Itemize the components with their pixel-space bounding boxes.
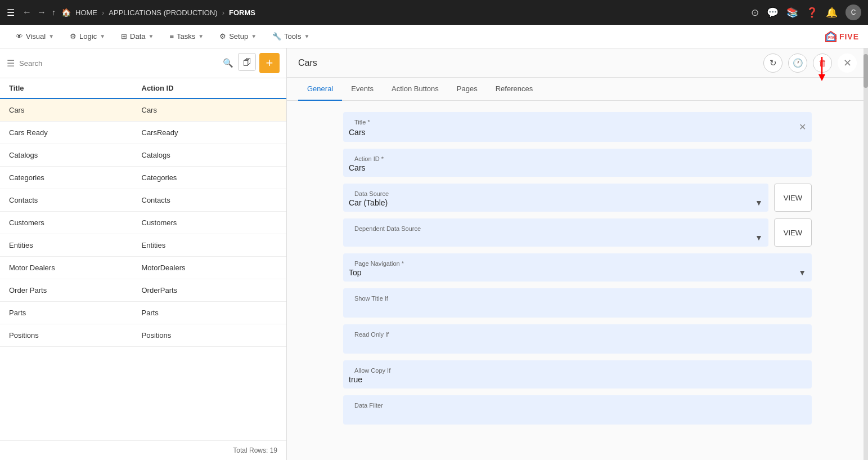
table-row[interactable]: Positions Positions: [0, 324, 286, 347]
tab-pages[interactable]: Pages: [448, 78, 487, 101]
top-navigation: ☰ ← → ↑ 🏠 HOME › APPLICATIONS (PRODUCTIO…: [0, 0, 868, 25]
search-input[interactable]: [19, 59, 218, 68]
eye-icon: 👁: [16, 32, 23, 41]
search-area: ☰ 🔍: [7, 58, 233, 69]
row-action-id: Entities: [142, 241, 275, 249]
notification-icon[interactable]: 🔔: [826, 7, 838, 19]
caret-icon: ▼: [304, 33, 309, 39]
title-input[interactable]: [349, 128, 797, 137]
delete-button[interactable]: 🗑: [813, 53, 832, 73]
table-row[interactable]: Entities Entities: [0, 234, 286, 257]
data-filter-input[interactable]: [349, 410, 806, 420]
form-content: Title * ✕ Action ID * Data So: [287, 101, 868, 460]
menu-icon[interactable]: ☰: [7, 7, 15, 18]
tabs: General Events Action Buttons Pages Refe…: [287, 78, 868, 101]
nav-item-data[interactable]: ⊞ Data ▼: [114, 29, 160, 44]
row-title: Contacts: [9, 196, 142, 204]
dependent-ds-label: Dependent Data Source: [349, 222, 763, 232]
show-title-input[interactable]: [349, 303, 806, 313]
five-text: FIVE: [839, 32, 859, 41]
nav-item-visual[interactable]: 👁 Visual ▼: [9, 29, 61, 44]
nav-item-setup[interactable]: ⚙ Setup ▼: [213, 29, 263, 44]
allow-copy-input[interactable]: [349, 375, 806, 384]
caret-icon: ▼: [251, 33, 257, 39]
col-action-id: Action ID: [142, 84, 275, 92]
row-title: Motor Dealers: [9, 264, 142, 272]
hamburger-icon: ☰: [7, 58, 15, 69]
breadcrumb-forms[interactable]: FORMS: [229, 8, 255, 17]
five-logo-svg: FIVE: [825, 30, 837, 43]
dependent-data-source-field: Dependent Data Source ▼ VIEW: [343, 218, 812, 247]
dependent-ds-caret-icon[interactable]: ▼: [755, 233, 763, 242]
books-icon[interactable]: 📚: [786, 7, 798, 19]
tools-icon: 🔧: [272, 32, 281, 41]
tab-general[interactable]: General: [298, 78, 342, 101]
table-body: Cars Cars Cars Ready CarsReady Catalogs …: [0, 99, 286, 347]
history-button[interactable]: 🕐: [788, 53, 807, 73]
action-id-input[interactable]: [349, 163, 806, 172]
table-row[interactable]: Cars Ready CarsReady: [0, 122, 286, 144]
svg-text:FIVE: FIVE: [828, 35, 837, 39]
monitor-icon[interactable]: ⊙: [751, 7, 759, 19]
tab-events[interactable]: Events: [342, 78, 383, 101]
chat-icon[interactable]: 💬: [767, 7, 779, 19]
back-action-button[interactable]: ↻: [763, 53, 782, 73]
close-button[interactable]: ✕: [838, 53, 857, 73]
page-nav-caret-icon[interactable]: ▼: [798, 268, 806, 277]
table-row[interactable]: Customers Customers: [0, 212, 286, 234]
help-icon[interactable]: ❓: [806, 7, 818, 19]
page-nav-label: Page Navigation *: [349, 257, 806, 267]
back-button[interactable]: ←: [23, 7, 32, 17]
table-row[interactable]: Catalogs Catalogs: [0, 144, 286, 167]
data-source-row: Data Source Car (Table) ▼ VIEW: [343, 184, 812, 212]
table-footer: Total Rows: 19: [0, 440, 286, 460]
tab-references[interactable]: References: [487, 78, 542, 101]
panel-header: Cars ↻ 🕐 🗑 ✕: [287, 48, 868, 78]
forward-button[interactable]: →: [37, 7, 46, 17]
dependent-ds-wrap: Dependent Data Source ▼: [343, 218, 768, 247]
table-row[interactable]: Order Parts OrderParts: [0, 279, 286, 302]
avatar[interactable]: C: [845, 5, 861, 20]
nav-item-tools[interactable]: 🔧 Tools ▼: [266, 29, 316, 44]
table-row[interactable]: Categories Categories: [0, 167, 286, 189]
dependent-view-button[interactable]: VIEW: [774, 218, 812, 247]
logic-icon: ⚙: [70, 32, 77, 41]
right-scrollbar[interactable]: [863, 48, 868, 460]
row-title: Entities: [9, 241, 142, 249]
data-icon: ⊞: [121, 32, 127, 41]
nav-item-logic[interactable]: ⚙ Logic ▼: [63, 29, 112, 44]
breadcrumb-home[interactable]: HOME: [75, 8, 97, 17]
title-clear-button[interactable]: ✕: [799, 122, 806, 132]
row-action-id: Positions: [142, 331, 275, 340]
show-title-label: Show Title If: [349, 292, 806, 302]
tasks-icon: ≡: [169, 32, 174, 41]
row-action-id: Cars: [142, 106, 275, 114]
right-panel: Cars ↻ 🕐 🗑 ✕ General Events Action Butto…: [287, 48, 868, 460]
row-title: Positions: [9, 331, 142, 340]
data-filter-wrap: Data Filter: [343, 395, 812, 425]
tab-action-buttons[interactable]: Action Buttons: [383, 78, 448, 101]
dependent-data-source-row: Dependent Data Source ▼ VIEW: [343, 218, 812, 247]
up-button[interactable]: ↑: [52, 8, 56, 17]
action-id-label: Action ID *: [349, 152, 806, 162]
add-button[interactable]: +: [259, 53, 280, 73]
table-row[interactable]: Parts Parts: [0, 302, 286, 324]
table-row[interactable]: Contacts Contacts: [0, 189, 286, 212]
table-row[interactable]: Motor Dealers MotorDealers: [0, 257, 286, 279]
row-action-id: Catalogs: [142, 151, 275, 159]
breadcrumb-applications[interactable]: APPLICATIONS (PRODUCTION): [109, 8, 217, 17]
search-icon[interactable]: 🔍: [223, 58, 233, 68]
read-only-input[interactable]: [349, 339, 806, 349]
row-title: Categories: [9, 173, 142, 182]
show-title-wrap: Show Title If: [343, 288, 812, 318]
sidebar-header: ☰ 🔍 🗍 +: [0, 48, 286, 78]
allow-copy-wrap: Allow Copy If: [343, 360, 812, 388]
data-source-caret-icon[interactable]: ▼: [755, 198, 763, 207]
data-source-view-button[interactable]: VIEW: [774, 184, 812, 212]
action-id-field: Action ID *: [343, 149, 812, 177]
nav-item-tasks[interactable]: ≡ Tasks ▼: [163, 29, 210, 44]
data-source-label: Data Source: [349, 187, 763, 197]
copy-button[interactable]: 🗍: [238, 53, 256, 71]
title-field: Title * ✕: [343, 112, 812, 142]
table-row[interactable]: Cars Cars: [0, 99, 286, 122]
